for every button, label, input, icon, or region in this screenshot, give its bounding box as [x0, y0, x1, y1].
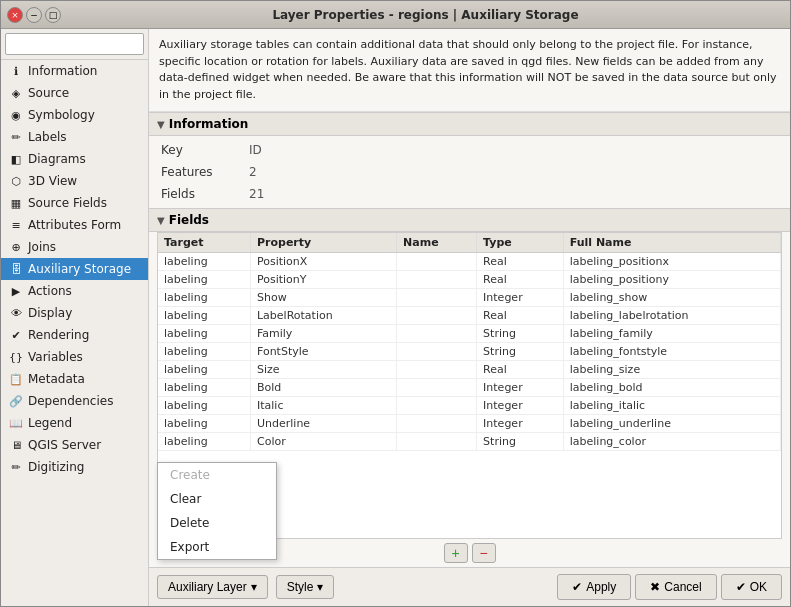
col-target: Target — [158, 233, 250, 253]
table-row[interactable]: labelingPositionXReallabeling_positionx — [158, 253, 781, 271]
sidebar-item-symbology[interactable]: ◉ Symbology — [1, 104, 148, 126]
sidebar-item-label: Dependencies — [28, 394, 113, 408]
cell-property: Italic — [250, 397, 396, 415]
cell-full_name: labeling_italic — [563, 397, 780, 415]
key-label: Key — [161, 140, 241, 160]
action-buttons: ✔ Apply ✖ Cancel ✔ OK — [557, 574, 782, 600]
style-button[interactable]: Style ▾ — [276, 575, 335, 599]
table-row[interactable]: labelingFontStyleStringlabeling_fontstyl… — [158, 343, 781, 361]
cell-target: labeling — [158, 289, 250, 307]
cancel-button[interactable]: ✖ Cancel — [635, 574, 716, 600]
cell-target: labeling — [158, 397, 250, 415]
sidebar-item-digitizing[interactable]: ✏ Digitizing — [1, 456, 148, 478]
dropdown-item-create[interactable]: Create — [158, 463, 276, 487]
table-row[interactable]: labelingLabelRotationReallabeling_labelr… — [158, 307, 781, 325]
col-property: Property — [250, 233, 396, 253]
sidebar-item-metadata[interactable]: 📋 Metadata — [1, 368, 148, 390]
sidebar-item-labels[interactable]: ✏ Labels — [1, 126, 148, 148]
sidebar-item-label: Digitizing — [28, 460, 84, 474]
legend-icon: 📖 — [9, 417, 23, 430]
labels-icon: ✏ — [9, 131, 23, 144]
key-value: ID — [249, 140, 778, 160]
bottom-bar: Auxiliary Layer ▾ Create Clear Delete Ex… — [149, 567, 790, 606]
cell-type: Real — [477, 307, 564, 325]
table-row[interactable]: labelingItalicIntegerlabeling_italic — [158, 397, 781, 415]
features-value: 2 — [249, 162, 778, 182]
search-input[interactable] — [5, 33, 144, 55]
sidebar-item-dependencies[interactable]: 🔗 Dependencies — [1, 390, 148, 412]
main-window: × − □ Layer Properties - regions | Auxil… — [0, 0, 791, 607]
table-row[interactable]: labelingFamilyStringlabeling_family — [158, 325, 781, 343]
table-row[interactable]: labelingUnderlineIntegerlabeling_underli… — [158, 415, 781, 433]
sidebar-item-label: Joins — [28, 240, 56, 254]
cell-full_name: labeling_fontstyle — [563, 343, 780, 361]
sidebar-item-variables[interactable]: {} Variables — [1, 346, 148, 368]
cell-type: Real — [477, 271, 564, 289]
cell-name — [397, 397, 477, 415]
table-row[interactable]: labelingPositionYReallabeling_positiony — [158, 271, 781, 289]
cell-name — [397, 289, 477, 307]
ok-label: OK — [750, 580, 767, 594]
digitizing-icon: ✏ — [9, 461, 23, 474]
sidebar-item-actions[interactable]: ▶ Actions — [1, 280, 148, 302]
sidebar: ℹ Information ◈ Source ◉ Symbology ✏ Lab… — [1, 29, 149, 606]
attributes-form-icon: ≡ — [9, 219, 23, 232]
table-row[interactable]: labelingBoldIntegerlabeling_bold — [158, 379, 781, 397]
information-grid: Key ID Features 2 Fields 21 — [149, 136, 790, 208]
apply-button[interactable]: ✔ Apply — [557, 574, 631, 600]
table-row[interactable]: labelingColorStringlabeling_color — [158, 433, 781, 451]
dropdown-item-clear[interactable]: Clear — [158, 487, 276, 511]
diagrams-icon: ◧ — [9, 153, 23, 166]
cell-target: labeling — [158, 271, 250, 289]
search-box — [1, 29, 148, 60]
sidebar-item-source-fields[interactable]: ▦ Source Fields — [1, 192, 148, 214]
auxiliary-layer-button[interactable]: Auxiliary Layer ▾ — [157, 575, 268, 599]
apply-label: Apply — [586, 580, 616, 594]
ok-button[interactable]: ✔ OK — [721, 574, 782, 600]
cell-full_name: labeling_positionx — [563, 253, 780, 271]
metadata-icon: 📋 — [9, 373, 23, 386]
sidebar-item-label: Variables — [28, 350, 83, 364]
sidebar-item-diagrams[interactable]: ◧ Diagrams — [1, 148, 148, 170]
sidebar-item-qgis-server[interactable]: 🖥 QGIS Server — [1, 434, 148, 456]
style-arrow-icon: ▾ — [317, 580, 323, 594]
cell-type: Real — [477, 253, 564, 271]
close-button[interactable]: × — [7, 7, 23, 23]
col-name: Name — [397, 233, 477, 253]
fields-section-header: ▼ Fields — [149, 208, 790, 232]
display-icon: 👁 — [9, 307, 23, 320]
sidebar-item-label: 3D View — [28, 174, 77, 188]
sidebar-item-source[interactable]: ◈ Source — [1, 82, 148, 104]
add-field-button[interactable]: + — [444, 543, 468, 563]
actions-icon: ▶ — [9, 285, 23, 298]
dependencies-icon: 🔗 — [9, 395, 23, 408]
sidebar-item-display[interactable]: 👁 Display — [1, 302, 148, 324]
sidebar-item-3dview[interactable]: ⬡ 3D View — [1, 170, 148, 192]
col-type: Type — [477, 233, 564, 253]
fields-triangle: ▼ — [157, 215, 165, 226]
sidebar-item-legend[interactable]: 📖 Legend — [1, 412, 148, 434]
remove-field-button[interactable]: − — [472, 543, 496, 563]
sidebar-item-rendering[interactable]: ✔ Rendering — [1, 324, 148, 346]
sidebar-item-information[interactable]: ℹ Information — [1, 60, 148, 82]
fields-table: Target Property Name Type Full Name labe… — [158, 233, 781, 451]
fields-value: 21 — [249, 184, 778, 204]
cell-target: labeling — [158, 415, 250, 433]
right-panel: Auxiliary storage tables can contain add… — [149, 29, 790, 606]
information-section-header: ▼ Information — [149, 112, 790, 136]
dropdown-item-delete[interactable]: Delete — [158, 511, 276, 535]
maximize-button[interactable]: □ — [45, 7, 61, 23]
minimize-button[interactable]: − — [26, 7, 42, 23]
window-controls: × − □ — [7, 7, 61, 23]
sidebar-item-attributes-form[interactable]: ≡ Attributes Form — [1, 214, 148, 236]
sidebar-item-joins[interactable]: ⊕ Joins — [1, 236, 148, 258]
table-row[interactable]: labelingShowIntegerlabeling_show — [158, 289, 781, 307]
cell-name — [397, 361, 477, 379]
col-fullname: Full Name — [563, 233, 780, 253]
cell-full_name: labeling_bold — [563, 379, 780, 397]
cell-type: String — [477, 433, 564, 451]
table-row[interactable]: labelingSizeReallabeling_size — [158, 361, 781, 379]
sidebar-item-auxiliary-storage[interactable]: 🗄 Auxiliary Storage — [1, 258, 148, 280]
source-fields-icon: ▦ — [9, 197, 23, 210]
dropdown-item-export[interactable]: Export — [158, 535, 276, 559]
